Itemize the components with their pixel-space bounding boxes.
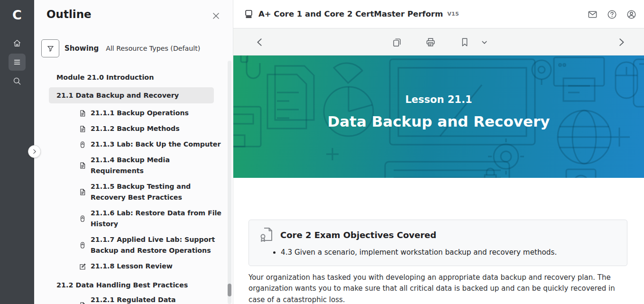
banner-text: Lesson 21.1 Data Backup and Recovery bbox=[233, 55, 644, 178]
book-icon bbox=[244, 9, 253, 19]
search-icon bbox=[12, 76, 22, 86]
outline-item-21-1-7[interactable]: 21.1.7 Applied Live Lab: Support Backup … bbox=[34, 232, 233, 258]
bookmark-dropdown-button[interactable] bbox=[477, 35, 492, 50]
chevron-down-icon bbox=[480, 38, 488, 46]
comptia-logo: C bbox=[0, 5, 34, 26]
mouse-icon bbox=[79, 140, 86, 149]
outline-item-21-1-4[interactable]: 21.1.4 Backup Media Requirements bbox=[34, 152, 233, 179]
course-version: V15 bbox=[447, 11, 459, 17]
help-icon bbox=[607, 9, 617, 20]
document-icon bbox=[79, 188, 86, 196]
copy-icon bbox=[392, 37, 402, 47]
outline-item-21-1-2[interactable]: 21.1.2 Backup Methods bbox=[34, 121, 233, 137]
help-button[interactable] bbox=[606, 8, 618, 20]
copy-button[interactable] bbox=[389, 35, 405, 50]
outline-item-21-1-3[interactable]: 21.1.3 Lab: Back Up the Computer bbox=[34, 137, 233, 152]
exam-objectives-title: Core 2 Exam Objectives Covered bbox=[280, 230, 436, 240]
outline-list: Module 21.0 Introduction 21.1 Data Backu… bbox=[34, 70, 233, 304]
header-actions bbox=[586, 0, 637, 28]
exam-objectives-header: Core 2 Exam Objectives Covered bbox=[259, 227, 616, 243]
filter-label: Showing bbox=[64, 44, 99, 53]
lesson-title: Data Backup and Recovery bbox=[327, 113, 550, 130]
close-icon bbox=[212, 11, 221, 20]
print-button[interactable] bbox=[423, 35, 438, 50]
filter-value: All Resource Types (Default) bbox=[106, 45, 200, 52]
main-content: A+ Core 1 and Core 2 CertMaster Perform … bbox=[233, 0, 644, 304]
chevron-right-icon bbox=[616, 37, 626, 47]
document-icon bbox=[79, 161, 86, 170]
bookmark-button[interactable] bbox=[457, 35, 472, 50]
document-icon bbox=[79, 301, 86, 304]
mouse-icon bbox=[79, 214, 86, 223]
outline-scrollbar-track bbox=[228, 61, 231, 304]
funnel-icon bbox=[46, 45, 55, 53]
account-button[interactable] bbox=[625, 8, 637, 20]
home-button[interactable] bbox=[9, 35, 26, 52]
outline-item-21-1-1[interactable]: 21.1.1 Backup Operations bbox=[34, 105, 233, 121]
print-icon bbox=[425, 37, 436, 47]
chevron-left-icon bbox=[255, 37, 265, 47]
outline-item-21-1-selected[interactable]: 21.1 Data Backup and Recovery bbox=[49, 87, 214, 103]
exam-objectives-box: Core 2 Exam Objectives Covered 4.3 Given… bbox=[248, 220, 627, 266]
menu-icon bbox=[12, 57, 22, 67]
outline-item-21-1-5[interactable]: 21.1.5 Backup Testing and Recovery Best … bbox=[34, 179, 233, 205]
search-button[interactable] bbox=[9, 73, 26, 90]
mail-button[interactable] bbox=[586, 8, 598, 20]
bookmark-icon bbox=[460, 37, 470, 47]
outline-panel: Outline Showing All Resource Types (Defa… bbox=[34, 0, 233, 304]
exam-objective-item: 4.3 Given a scenario, implement workstat… bbox=[281, 247, 616, 258]
account-icon bbox=[626, 9, 637, 20]
outline-item-21-2-1[interactable]: 21.2.1 Regulated Data Classification bbox=[34, 292, 233, 304]
outline-item-21-1-6[interactable]: 21.1.6 Lab: Restore Data from File Histo… bbox=[34, 205, 233, 232]
outline-scrollbar-thumb[interactable] bbox=[228, 284, 231, 296]
lesson-intro-paragraph: Your organization has tasked you with de… bbox=[248, 272, 624, 304]
next-page-button[interactable] bbox=[614, 35, 629, 50]
outline-menu-button[interactable] bbox=[9, 54, 26, 71]
lesson-toolbar bbox=[233, 28, 644, 55]
document-icon bbox=[79, 109, 86, 118]
outline-item-module-21-2[interactable]: 21.2 Data Handling Best Practices bbox=[34, 278, 233, 292]
edit-icon bbox=[79, 262, 86, 271]
certificate-icon bbox=[259, 227, 274, 243]
filter-button[interactable] bbox=[41, 39, 59, 57]
exam-objectives-list: 4.3 Given a scenario, implement workstat… bbox=[281, 247, 616, 258]
previous-page-button[interactable] bbox=[252, 35, 267, 50]
lesson-number: Lesson 21.1 bbox=[405, 94, 472, 105]
course-header: A+ Core 1 and Core 2 CertMaster Perform … bbox=[233, 0, 644, 28]
home-icon bbox=[12, 38, 22, 48]
panel-collapse-button[interactable] bbox=[28, 145, 41, 158]
outline-title: Outline bbox=[46, 8, 92, 20]
mail-icon bbox=[587, 9, 598, 20]
filter-row: Showing All Resource Types (Default) bbox=[41, 39, 200, 57]
document-icon bbox=[79, 125, 86, 133]
course-title: A+ Core 1 and Core 2 CertMaster Perform bbox=[258, 9, 443, 18]
outline-item-21-1-8[interactable]: 21.1.8 Lesson Review bbox=[34, 258, 233, 274]
outline-close-button[interactable] bbox=[209, 9, 222, 22]
mouse-icon bbox=[79, 241, 86, 249]
lesson-banner: Lesson 21.1 Data Backup and Recovery bbox=[233, 55, 644, 178]
chevron-right-icon bbox=[31, 148, 37, 155]
outline-item-module-21-0[interactable]: Module 21.0 Introduction bbox=[34, 70, 233, 84]
